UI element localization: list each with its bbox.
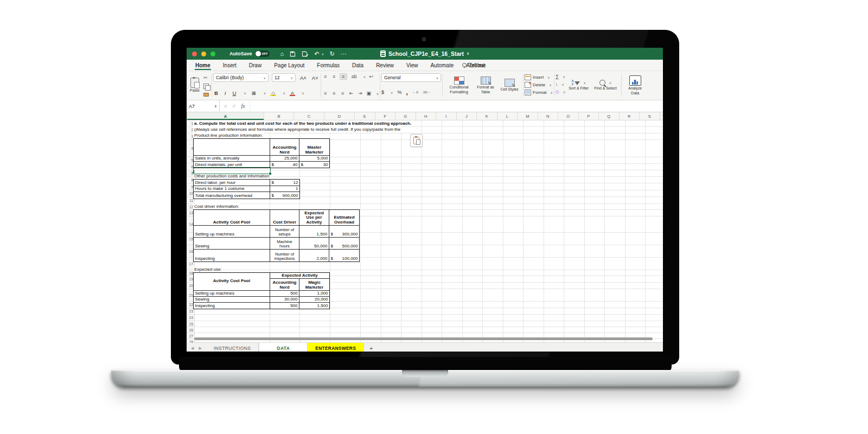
t3-inspecting-driver[interactable]: Number of inspections — [270, 250, 299, 261]
select-all-corner[interactable] — [187, 112, 187, 120]
row-header[interactable]: 25 — [187, 321, 195, 327]
minimize-button[interactable] — [201, 52, 206, 56]
t2-label-labor[interactable]: Direct labor, per hour — [194, 180, 270, 186]
menu-tab[interactable]: Automate — [430, 61, 454, 70]
menu-tab[interactable]: View — [406, 61, 419, 70]
cancel-entry-icon[interactable]: × — [224, 103, 227, 109]
prev-sheet-icon[interactable]: ◀ — [191, 346, 194, 350]
undo-caret-icon[interactable]: ∨ — [321, 52, 323, 56]
t3-setup-use[interactable]: 1,500 — [299, 226, 329, 238]
menu-tab[interactable]: Formulas — [316, 61, 340, 70]
percent-format-icon[interactable]: % — [398, 90, 402, 95]
t3-inspecting-use[interactable]: 2,000 — [299, 250, 329, 261]
cell-a2[interactable]: (Always use cell references and formulas… — [193, 126, 401, 132]
autosave-switch[interactable]: OFF — [255, 50, 270, 57]
font-name-select[interactable]: Calibri (Body)∨ — [213, 73, 269, 82]
italic-button[interactable]: I — [224, 90, 227, 96]
t3-header-pool[interactable]: Activity Cost Pool — [194, 210, 270, 226]
t1-sales-nerd[interactable]: 25,000 — [270, 156, 299, 162]
column-header[interactable]: O — [558, 112, 579, 120]
autosum-icon[interactable]: ∑ — [556, 74, 559, 79]
t2-hours-value[interactable]: 1 — [270, 186, 299, 192]
name-box-steppers[interactable]: ▲▼ — [214, 105, 217, 108]
decrease-indent-icon[interactable]: ⇤ — [348, 91, 355, 96]
merge-caret-icon[interactable]: ∨ — [376, 92, 379, 95]
insert-cells-button[interactable]: Insert ∨ — [525, 74, 553, 80]
selected-cell-a7[interactable] — [193, 167, 271, 174]
t3-header-overhead[interactable]: Estimated Overhead — [329, 210, 359, 226]
paste-options-button[interactable] — [410, 134, 423, 147]
t3-label-inspecting[interactable]: Inspecting — [194, 250, 270, 261]
t1-materials-nerd[interactable]: $40 — [270, 162, 299, 168]
column-header[interactable]: M — [518, 112, 538, 120]
autosum-caret-icon[interactable]: ∨ — [563, 75, 565, 79]
t3-sewing-use[interactable]: 50,000 — [299, 238, 329, 250]
increase-decimal-icon[interactable]: ←.0 — [412, 91, 418, 94]
sheet-tab-enteranswers[interactable]: ENTERANSWERS — [308, 343, 364, 352]
align-bottom-icon[interactable]: ≡ — [340, 73, 347, 80]
comma-format-icon[interactable]: , — [406, 88, 408, 96]
fill-color-icon[interactable]: ◇ — [270, 90, 276, 96]
column-header[interactable]: R — [620, 112, 640, 120]
wrap-text-icon[interactable]: ↩ — [368, 74, 374, 79]
column-header[interactable]: C — [294, 112, 324, 120]
column-header[interactable]: T — [660, 112, 663, 120]
column-header[interactable]: B — [264, 112, 294, 120]
t2-label-overhead[interactable]: Total manufacturing overhead — [194, 192, 270, 199]
t3-sewing-driver[interactable]: Machine hours — [270, 238, 299, 250]
bold-button[interactable]: B — [213, 90, 219, 96]
borders-caret-icon[interactable]: ∨ — [264, 91, 266, 95]
t4-sewing-nerd[interactable]: 30,000 — [270, 297, 299, 303]
column-header[interactable]: L — [497, 112, 518, 120]
confirm-entry-icon[interactable]: ✓ — [232, 103, 237, 109]
row-header[interactable]: 28 — [187, 339, 195, 343]
fill-caret-icon[interactable]: ∨ — [561, 82, 564, 86]
undo-icon[interactable]: ↶ — [314, 51, 319, 57]
font-size-select[interactable]: 12∨ — [272, 73, 296, 82]
grid-body[interactable]: 1234567891011121314151617181920212223242… — [187, 120, 663, 343]
delete-cells-button[interactable]: Delete ∨ — [525, 81, 553, 88]
merge-center-icon[interactable]: ▣ — [366, 91, 372, 96]
column-header[interactable]: E — [355, 112, 375, 120]
find-select-button[interactable]: ∨ Find & Select — [592, 79, 618, 92]
sheet-tab-instructions[interactable]: INSTRUCTIONS — [206, 343, 259, 352]
expected-activity-table[interactable]: Activity Cost Pool Expected Activity Acc… — [193, 272, 330, 309]
paste-button[interactable]: Paste — [188, 76, 201, 94]
format-as-table-button[interactable]: Format as Table — [474, 75, 497, 95]
copy-icon[interactable] — [203, 84, 209, 89]
t2-label-hours[interactable]: Hours to make 1 costume — [194, 186, 270, 192]
menu-tab[interactable]: Draw — [248, 61, 262, 70]
menu-tab[interactable]: Page Layout — [273, 61, 305, 70]
underline-caret-icon[interactable]: ∨ — [244, 91, 246, 95]
t4-inspecting-nerd[interactable]: 500 — [270, 303, 299, 309]
t4-label-inspecting[interactable]: Inspecting — [194, 303, 270, 309]
cell-styles-button[interactable]: Cell Styles — [499, 78, 520, 93]
row-header[interactable]: 27 — [187, 333, 195, 339]
t1-header-master-marketer[interactable]: Master Marketer — [299, 139, 329, 156]
orientation-icon[interactable]: ab — [349, 74, 359, 79]
cut-icon[interactable]: ✂ — [203, 75, 209, 80]
format-cells-button[interactable]: Format ∨ — [525, 89, 553, 95]
insert-function-icon[interactable]: fx — [241, 103, 245, 109]
document-title[interactable]: School_CJP1e_E4_16_Start — [388, 50, 464, 57]
decrease-decimal-icon[interactable]: .00→ — [423, 91, 430, 94]
t3-header-driver[interactable]: Cost Driver — [270, 210, 299, 226]
menu-tab[interactable]: Home — [195, 61, 211, 70]
column-header[interactable]: J — [457, 112, 477, 120]
t1-materials-marketer[interactable]: $30 — [299, 162, 329, 168]
t3-label-setup[interactable]: Setting up machines — [194, 226, 270, 238]
grow-font-icon[interactable]: A˄ — [299, 75, 308, 81]
menu-tab[interactable]: Data — [352, 61, 364, 70]
home-icon[interactable]: ⌂ — [280, 51, 284, 57]
cell-a1[interactable]: a. Compute the total cost and unit cost … — [193, 120, 412, 126]
column-header[interactable]: N — [538, 112, 559, 120]
cell-a3[interactable]: Product-line production information: — [193, 132, 264, 138]
analyze-data-button[interactable]: Analyze Data — [624, 74, 646, 96]
t1-sales-marketer[interactable]: 5,000 — [299, 156, 329, 162]
t4-header-nerd[interactable]: Accounting Nerd — [270, 279, 299, 291]
column-header[interactable]: H — [416, 112, 437, 120]
sort-filter-button[interactable]: AZ ∨ Sort & Filter — [567, 79, 590, 92]
cost-driver-table[interactable]: Activity Cost Pool Cost Driver Expected … — [193, 209, 360, 262]
t4-sewing-marketer[interactable]: 20,000 — [299, 297, 329, 303]
tell-me-tab[interactable]: Tell me — [462, 60, 486, 71]
